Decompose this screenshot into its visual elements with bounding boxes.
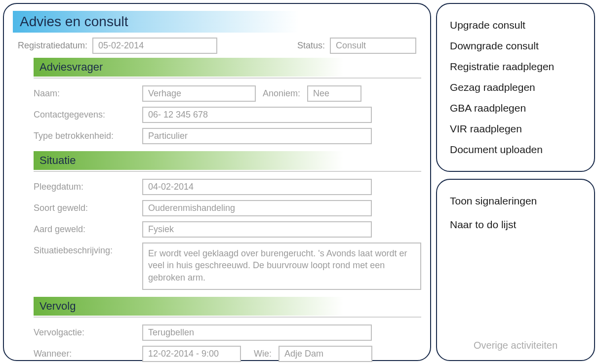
divider bbox=[34, 78, 421, 79]
section-header-situatie: Situatie bbox=[34, 151, 421, 170]
anoniem-field[interactable]: Nee bbox=[307, 85, 361, 102]
action-vir-raadplegen[interactable]: VIR raadplegen bbox=[450, 119, 581, 139]
aard-geweld-label: Aard geweld: bbox=[34, 221, 142, 235]
registration-date-label: Registratiedatum: bbox=[18, 40, 87, 51]
soort-geweld-field[interactable]: Ouderenmishandeling bbox=[142, 200, 372, 216]
vervolgactie-label: Vervolgactie: bbox=[34, 324, 142, 338]
naam-field[interactable]: Verhage bbox=[142, 85, 256, 102]
action-registratie-raadplegen[interactable]: Registratie raadplegen bbox=[450, 56, 581, 77]
situatiebeschrijving-field[interactable]: Er wordt veel geklaagd over burengerucht… bbox=[142, 243, 421, 290]
section-header-adviesvrager: Adviesvrager bbox=[34, 58, 421, 77]
type-betrokkenheid-label: Type betrokkenheid: bbox=[34, 128, 142, 141]
divider bbox=[34, 317, 421, 318]
wie-field[interactable]: Adje Dam bbox=[279, 346, 372, 362]
action-document-uploaden[interactable]: Document uploaden bbox=[450, 139, 581, 160]
status-field[interactable]: Consult bbox=[330, 38, 416, 54]
right-column: Upgrade consult Downgrade consult Regist… bbox=[436, 3, 595, 361]
naam-label: Naam: bbox=[34, 85, 142, 99]
page-title: Advies en consult bbox=[20, 14, 414, 30]
overige-activiteiten-label: Overige activiteiten bbox=[437, 340, 594, 351]
vervolgactie-field[interactable]: Terugbellen bbox=[142, 324, 372, 341]
action-naar-todo-lijst[interactable]: Naar to do lijst bbox=[450, 214, 581, 235]
divider bbox=[34, 171, 421, 172]
wanneer-field[interactable]: 12-02-2014 - 9:00 bbox=[142, 346, 241, 362]
section-adviesvrager: Adviesvrager Naam: Verhage Anoniem: Nee … bbox=[34, 58, 421, 151]
aard-geweld-field[interactable]: Fysiek bbox=[142, 221, 372, 238]
contact-label: Contactgegevens: bbox=[34, 107, 142, 120]
soort-geweld-label: Soort geweld: bbox=[34, 200, 142, 213]
secondary-panel: Toon signaleringen Naar to do lijst Over… bbox=[436, 179, 595, 361]
pleegdatum-label: Pleegdatum: bbox=[34, 179, 142, 192]
action-gezag-raadplegen[interactable]: Gezag raadplegen bbox=[450, 77, 581, 98]
main-panel: Advies en consult Registratiedatum: 05-0… bbox=[3, 3, 431, 361]
type-betrokkenheid-field[interactable]: Particulier bbox=[142, 128, 372, 144]
action-gba-raadplegen[interactable]: GBA raadplegen bbox=[450, 98, 581, 119]
pleegdatum-field[interactable]: 04-02-2014 bbox=[142, 179, 372, 195]
meta-row: Registratiedatum: 05-02-2014 Status: Con… bbox=[13, 38, 421, 54]
wanneer-label: Wanneer: bbox=[34, 346, 142, 359]
situatiebeschrijving-label: Situatiebeschrijving: bbox=[34, 243, 142, 256]
action-downgrade-consult[interactable]: Downgrade consult bbox=[450, 36, 581, 56]
section-vervolg: Vervolg Vervolgactie: Terugbellen Wannee… bbox=[34, 297, 421, 364]
action-toon-signaleringen[interactable]: Toon signaleringen bbox=[450, 191, 581, 211]
action-upgrade-consult[interactable]: Upgrade consult bbox=[450, 15, 581, 36]
anoniem-label: Anoniem: bbox=[263, 88, 300, 99]
section-situatie: Situatie Pleegdatum: 04-02-2014 Soort ge… bbox=[34, 151, 421, 297]
status-label: Status: bbox=[297, 40, 325, 51]
contact-field[interactable]: 06- 12 345 678 bbox=[142, 107, 372, 123]
section-header-vervolg: Vervolg bbox=[34, 297, 421, 316]
actions-panel: Upgrade consult Downgrade consult Regist… bbox=[436, 3, 595, 172]
registration-date-field[interactable]: 05-02-2014 bbox=[92, 38, 217, 54]
wie-label: Wie: bbox=[254, 349, 272, 359]
title-bar: Advies en consult bbox=[13, 11, 421, 33]
